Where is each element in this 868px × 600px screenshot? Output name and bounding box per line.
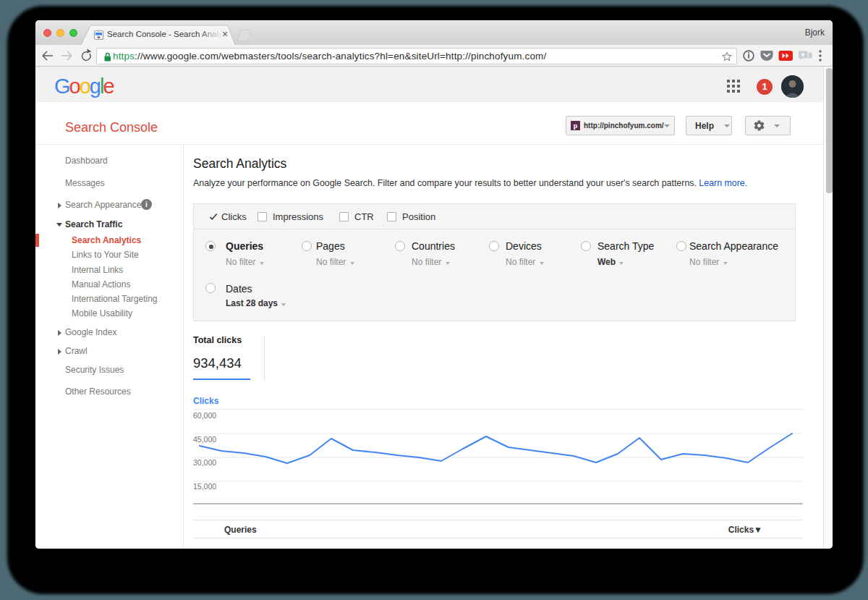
svg-text:60,000: 60,000 xyxy=(193,411,216,420)
svg-text:45,000: 45,000 xyxy=(193,435,216,444)
svg-text:15,000: 15,000 xyxy=(193,482,216,491)
svg-text:30,000: 30,000 xyxy=(193,458,216,467)
